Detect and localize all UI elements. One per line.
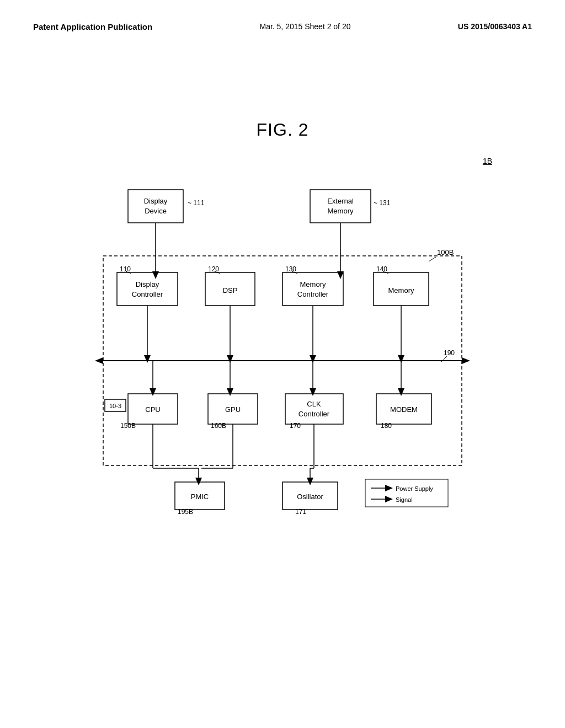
svg-rect-42 [285, 394, 343, 424]
svg-text:Power Supply: Power Supply [396, 485, 433, 492]
svg-text:CLK: CLK [307, 400, 321, 408]
svg-rect-25 [282, 272, 343, 306]
svg-text:100B: 100B [437, 248, 454, 256]
svg-text:180: 180 [381, 422, 392, 430]
svg-text:Memory: Memory [328, 207, 354, 215]
svg-line-2 [429, 257, 436, 261]
svg-text:195B: 195B [178, 508, 193, 516]
svg-text:140: 140 [376, 265, 387, 273]
svg-rect-8 [128, 190, 183, 223]
svg-text:110: 110 [120, 265, 131, 273]
svg-text:GPU: GPU [225, 405, 241, 414]
diagram-svg: 100B 190 Display Device ~ 111 External M… [73, 157, 492, 576]
svg-marker-5 [95, 357, 103, 364]
svg-text:120: 120 [208, 265, 219, 273]
svg-text:Controller: Controller [299, 410, 330, 418]
svg-text:150B: 150B [120, 422, 136, 430]
svg-marker-60 [144, 355, 151, 363]
header-right: US 2015/0063403 A1 [458, 22, 532, 31]
header: Patent Application Publication Mar. 5, 2… [0, 0, 565, 31]
diagram: 1B 100B 190 Display Device ~ 111 [73, 157, 492, 576]
header-left: Patent Application Publication [33, 22, 152, 31]
svg-text:PMIC: PMIC [191, 493, 209, 501]
svg-text:10-3: 10-3 [109, 403, 121, 409]
svg-text:Controller: Controller [132, 290, 163, 298]
svg-text:CPU: CPU [145, 405, 160, 414]
svg-text:160B: 160B [211, 422, 226, 430]
svg-rect-12 [310, 190, 371, 223]
svg-text:Signal: Signal [396, 496, 413, 503]
svg-rect-16 [117, 272, 178, 306]
header-center: Mar. 5, 2015 Sheet 2 of 20 [259, 22, 350, 31]
svg-marker-4 [462, 357, 470, 364]
svg-text:130: 130 [285, 265, 296, 273]
svg-text:External: External [327, 197, 354, 205]
svg-text:170: 170 [290, 422, 301, 430]
svg-text:Display: Display [144, 197, 168, 205]
svg-text:MODEM: MODEM [390, 405, 418, 414]
svg-text:~ 131: ~ 131 [374, 199, 391, 207]
svg-text:190: 190 [444, 349, 455, 357]
svg-text:~ 111: ~ 111 [188, 199, 205, 207]
svg-text:Memory: Memory [388, 286, 414, 295]
svg-text:Device: Device [145, 207, 167, 215]
svg-text:Memory: Memory [300, 280, 326, 288]
svg-text:DSP: DSP [223, 286, 238, 295]
figure-title: FIG. 2 [0, 120, 565, 140]
svg-text:171: 171 [295, 508, 306, 516]
page: Patent Application Publication Mar. 5, 2… [0, 0, 565, 728]
svg-text:Osillator: Osillator [297, 493, 323, 501]
svg-text:Controller: Controller [297, 290, 329, 298]
svg-text:Display: Display [136, 280, 159, 288]
